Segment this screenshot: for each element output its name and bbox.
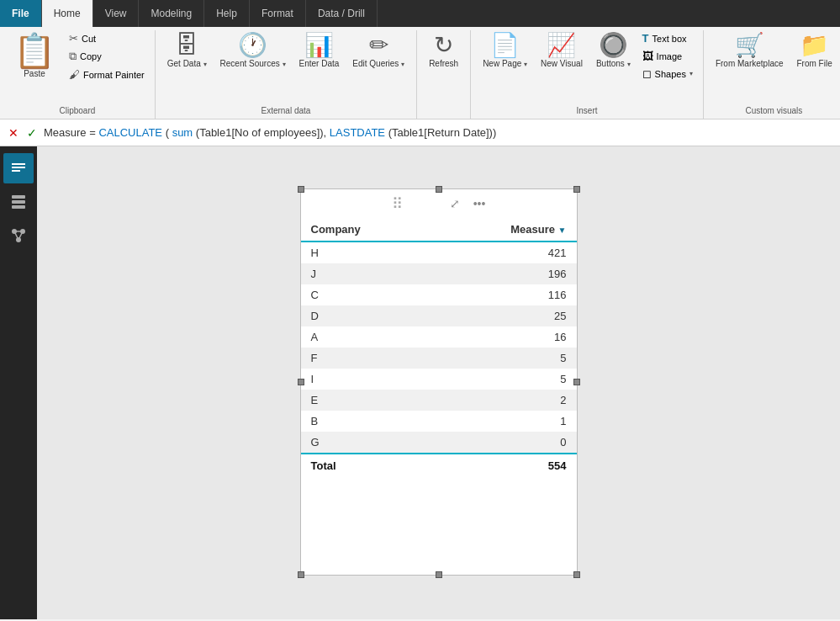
refresh-button[interactable]: ↻ Refresh [424, 30, 463, 72]
recent-sources-button[interactable]: 🕐 Recent Sources ▾ [215, 30, 291, 72]
more-options-icon[interactable]: ••• [473, 197, 486, 210]
recent-sources-arrow: ▾ [283, 61, 286, 68]
shapes-button[interactable]: ◻ Shapes ▾ [639, 66, 696, 82]
visual-toolbar: ⠿ ⤢ ••• [301, 189, 577, 218]
handle-top-middle[interactable] [436, 186, 442, 193]
table-row: B1 [301, 411, 577, 432]
buttons-button[interactable]: 🔘 Buttons ▾ [591, 30, 636, 72]
tab-modeling[interactable]: Modeling [139, 0, 204, 27]
handle-top-left[interactable] [298, 186, 304, 193]
enter-data-icon: 📊 [304, 34, 334, 57]
image-icon: 🖼 [642, 50, 653, 62]
expand-icon[interactable]: ⤢ [450, 197, 460, 210]
edit-queries-button[interactable]: ✏ Edit Queries ▾ [347, 30, 409, 72]
paste-label: Paste [24, 69, 45, 78]
total-value: 554 [433, 454, 577, 477]
cell-measure: 5 [433, 348, 577, 369]
report-view-icon [10, 160, 27, 177]
refresh-icon: ↻ [434, 34, 453, 57]
handle-bottom-middle[interactable] [436, 571, 442, 578]
cut-button[interactable]: ✂ Cut [66, 30, 148, 46]
tab-home[interactable]: Home [42, 0, 93, 27]
table-visual[interactable]: ⠿ ⤢ ••• Company Measure ▼ [300, 188, 578, 576]
formula-confirm-button[interactable]: ✓ [25, 125, 39, 141]
tab-format[interactable]: Format [250, 0, 306, 27]
recent-sources-icon: 🕐 [238, 34, 267, 57]
paste-button[interactable]: 📋 Paste [7, 30, 62, 82]
sidebar-item-report-view[interactable] [3, 153, 34, 183]
table-row: I5 [301, 369, 577, 390]
copy-label: Copy [80, 51, 102, 61]
table-row: C116 [301, 284, 577, 305]
formula-cancel-button[interactable]: ✕ [7, 125, 20, 141]
from-marketplace-button[interactable]: 🛒 From Marketplace [711, 30, 789, 72]
table-header-row: Company Measure ▼ [301, 218, 577, 242]
get-data-button[interactable]: 🗄 Get Data ▾ [162, 30, 212, 72]
table-row: E2 [301, 390, 577, 411]
formula-text[interactable]: Measure = CALCULATE ( sum (Table1[No of … [44, 126, 833, 139]
sidebar-item-model-view[interactable] [3, 220, 34, 251]
cell-company: H [301, 242, 433, 263]
cell-measure: 0 [433, 432, 577, 454]
svg-rect-4 [12, 200, 25, 204]
shapes-label: Shapes [655, 69, 686, 79]
formula-measure: Measure [44, 126, 87, 139]
shapes-icon: ◻ [642, 67, 652, 80]
tab-help[interactable]: Help [204, 0, 250, 27]
total-label: Total [301, 454, 433, 477]
formula-lastdate: LASTDATE [330, 126, 385, 139]
data-view-icon [10, 194, 27, 210]
custom-visuals-group-label: Custom visuals [711, 106, 837, 119]
tab-view[interactable]: View [93, 0, 140, 27]
buttons-icon: 🔘 [599, 34, 628, 57]
column-header-company[interactable]: Company [301, 218, 433, 242]
copy-icon: ⧉ [69, 50, 77, 63]
cell-measure: 421 [433, 242, 577, 263]
ribbon-group-insert: 📄 New Page ▾ 📈 New Visual 🔘 Buttons ▾ [471, 30, 704, 119]
handle-top-right[interactable] [573, 186, 580, 193]
new-visual-button[interactable]: 📈 New Visual [536, 30, 588, 72]
handle-middle-right[interactable] [573, 379, 580, 385]
table-row: G0 [301, 432, 577, 454]
table-body: H421J196C116D25A16F5I5E2B1G0 [301, 242, 577, 454]
format-painter-button[interactable]: 🖌 Format Painter [66, 66, 148, 82]
drag-handle-icon[interactable]: ⠿ [392, 194, 403, 213]
ribbon-group-refresh: ↻ Refresh . [417, 30, 471, 119]
cell-company: F [301, 348, 433, 369]
table-row: D25 [301, 305, 577, 326]
formula-calculate: CALCULATE [98, 126, 162, 139]
get-data-arrow: ▾ [203, 61, 207, 68]
external-data-group-label: External data [162, 106, 409, 119]
paste-icon: 📋 [13, 34, 55, 67]
from-file-button[interactable]: 📁 From File [792, 30, 837, 72]
column-header-measure[interactable]: Measure ▼ [433, 218, 577, 242]
enter-data-button[interactable]: 📊 Enter Data [294, 30, 345, 72]
canvas-area[interactable]: ⠿ ⤢ ••• Company Measure ▼ [37, 146, 840, 619]
insert-group-label: Insert [478, 106, 696, 119]
new-page-button[interactable]: 📄 New Page ▾ [478, 30, 532, 72]
text-box-button[interactable]: T Text box [639, 30, 696, 46]
cell-company: E [301, 390, 433, 411]
sidebar-item-data-view[interactable] [3, 187, 34, 217]
copy-button[interactable]: ⧉ Copy [66, 48, 148, 65]
cut-icon: ✂ [69, 32, 78, 45]
svg-rect-1 [12, 167, 25, 168]
cell-measure: 16 [433, 326, 577, 348]
main-area: ⠿ ⤢ ••• Company Measure ▼ [0, 146, 840, 619]
handle-middle-left[interactable] [298, 379, 304, 385]
handle-bottom-right[interactable] [573, 571, 580, 578]
cell-company: D [301, 305, 433, 326]
svg-rect-5 [12, 205, 25, 209]
image-button[interactable]: 🖼 Image [639, 48, 696, 64]
cell-company: I [301, 369, 433, 390]
data-table: Company Measure ▼ H421J196C116D25A16F5I5… [301, 218, 577, 477]
tab-file[interactable]: File [0, 0, 42, 27]
clipboard-buttons: 📋 Paste ✂ Cut ⧉ Copy 🖌 Format Painter [7, 30, 148, 82]
cell-measure: 116 [433, 284, 577, 305]
ribbon-group-external-data: 🗄 Get Data ▾ 🕐 Recent Sources ▾ 📊 Enter … [156, 30, 417, 119]
clipboard-group-label: Clipboard [7, 106, 148, 119]
handle-bottom-left[interactable] [298, 571, 304, 578]
ribbon-group-clipboard: 📋 Paste ✂ Cut ⧉ Copy 🖌 Format Painter [0, 30, 156, 119]
cell-company: J [301, 263, 433, 284]
tab-data-drill[interactable]: Data / Drill [306, 0, 378, 27]
